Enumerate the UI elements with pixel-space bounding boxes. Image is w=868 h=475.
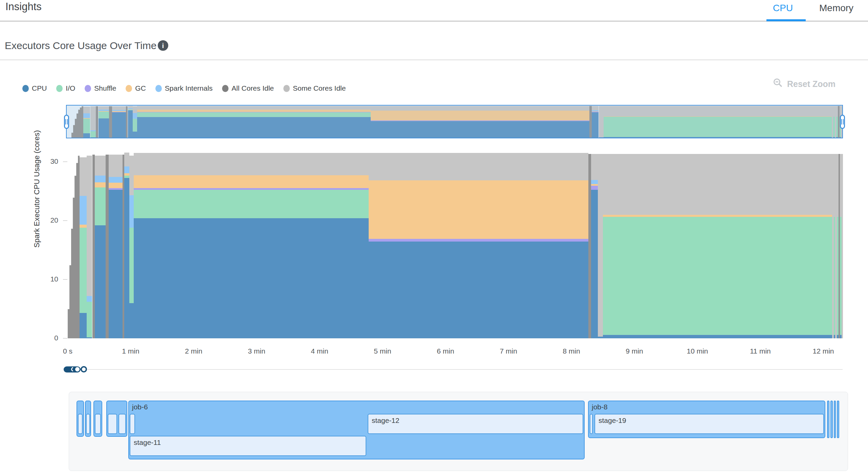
chart-segment bbox=[124, 153, 129, 166]
chart-segment bbox=[80, 196, 87, 225]
stage-label: stage-11 bbox=[134, 438, 161, 447]
chart-segment bbox=[369, 153, 588, 181]
reset-zoom-button[interactable]: Reset Zoom bbox=[773, 78, 836, 90]
chart-segment bbox=[124, 178, 129, 338]
x-tick-label: 7 min bbox=[488, 347, 529, 355]
chart-segment bbox=[591, 180, 598, 184]
chart-segment bbox=[80, 313, 87, 338]
legend-dot bbox=[85, 85, 91, 92]
chart-segment bbox=[369, 242, 588, 338]
legend-dot bbox=[22, 85, 29, 92]
x-tick-label: 11 min bbox=[740, 347, 781, 355]
legend-label: I/O bbox=[66, 84, 75, 92]
chart-segment bbox=[87, 302, 92, 337]
chart-segment bbox=[134, 190, 369, 218]
chart-legend: CPUI/OShuffleGCSpark InternalsAll Cores … bbox=[22, 82, 346, 94]
legend-item-i-o[interactable]: I/O bbox=[56, 84, 75, 92]
y-axis-label: Spark Executor CPU Usage (cores) bbox=[32, 130, 41, 248]
chart-segment bbox=[95, 176, 106, 182]
minimap-tint bbox=[67, 106, 842, 138]
tab-cpu[interactable]: CPU bbox=[773, 3, 793, 14]
chart-segment bbox=[588, 154, 591, 338]
stage-box-stage-11[interactable]: stage-11 bbox=[130, 436, 366, 456]
chart-segment bbox=[134, 188, 369, 190]
chart-segment bbox=[598, 337, 603, 338]
chart-segment bbox=[109, 183, 123, 188]
x-tick-label: 4 min bbox=[299, 347, 340, 355]
x-tick-label: 1 min bbox=[110, 347, 151, 355]
active-tab-underline bbox=[766, 19, 806, 21]
y-tick-mark bbox=[63, 279, 67, 280]
x-tick-label: 6 min bbox=[425, 347, 466, 355]
stage-label: stage-12 bbox=[372, 416, 399, 425]
chart-segment bbox=[109, 177, 123, 183]
legend-label: All Cores Idle bbox=[232, 84, 274, 92]
legend-dot bbox=[222, 85, 229, 92]
stage-box-small[interactable] bbox=[78, 414, 83, 434]
y-tick-mark bbox=[63, 161, 67, 162]
legend-item-gc[interactable]: GC bbox=[126, 84, 146, 92]
section-title: Executors Core Usage Over Time bbox=[5, 40, 157, 51]
time-slider[interactable] bbox=[0, 364, 868, 377]
cpu-usage-chart[interactable] bbox=[68, 152, 843, 338]
insights-page: Insights CPU Memory Executors Core Usage… bbox=[0, 0, 868, 475]
job-block-small[interactable] bbox=[830, 401, 833, 438]
tab-memory[interactable]: Memory bbox=[819, 3, 853, 14]
slider-knob[interactable] bbox=[75, 367, 80, 371]
stage-box-small[interactable] bbox=[95, 414, 101, 434]
brush-handle-left[interactable] bbox=[64, 115, 69, 129]
chart-segment bbox=[106, 155, 109, 338]
chart-segment bbox=[80, 157, 87, 196]
chart-segment bbox=[124, 176, 129, 178]
x-tick-label: 9 min bbox=[614, 347, 655, 355]
stage-box-small[interactable] bbox=[130, 414, 135, 434]
legend-item-some-cores-idle[interactable]: Some Cores Idle bbox=[283, 84, 346, 92]
stage-box-small[interactable] bbox=[108, 414, 117, 434]
legend-item-all-cores-idle[interactable]: All Cores Idle bbox=[222, 84, 274, 92]
job-block-small[interactable] bbox=[837, 401, 839, 438]
page-title: Insights bbox=[5, 1, 42, 13]
slider-track[interactable] bbox=[88, 369, 843, 370]
minimap-brush[interactable] bbox=[66, 105, 843, 138]
chart-segment bbox=[129, 195, 134, 228]
chart-segment bbox=[134, 218, 369, 338]
legend-item-shuffle[interactable]: Shuffle bbox=[85, 84, 116, 92]
job-block-small[interactable] bbox=[834, 401, 836, 438]
legend-label: CPU bbox=[32, 84, 47, 92]
chart-segment bbox=[87, 156, 92, 296]
chart-segment bbox=[603, 154, 832, 215]
top-divider bbox=[0, 21, 868, 22]
x-tick-label: 10 min bbox=[677, 347, 718, 355]
legend-label: Spark Internals bbox=[165, 84, 213, 92]
legend-item-cpu[interactable]: CPU bbox=[22, 84, 47, 92]
chart-segment bbox=[109, 155, 123, 177]
info-icon[interactable]: i bbox=[158, 40, 168, 51]
chart-segment bbox=[369, 180, 588, 239]
x-tick-label: 8 min bbox=[551, 347, 592, 355]
chart-segment bbox=[87, 296, 92, 302]
slider-ring-handle[interactable] bbox=[81, 366, 87, 372]
chart-segment bbox=[92, 155, 95, 338]
chart-segment bbox=[109, 188, 123, 190]
stage-box-small[interactable] bbox=[118, 414, 126, 434]
stage-label: stage-19 bbox=[599, 416, 626, 425]
chart-segment bbox=[134, 153, 369, 175]
chart-segment bbox=[591, 154, 598, 180]
section-divider bbox=[0, 60, 868, 60]
chart-segment bbox=[369, 239, 588, 242]
chart-segment bbox=[603, 335, 832, 338]
stage-box-stage-12[interactable]: stage-12 bbox=[368, 414, 583, 434]
legend-label: Shuffle bbox=[94, 84, 116, 92]
stage-box-small[interactable] bbox=[86, 414, 90, 434]
legend-item-spark-internals[interactable]: Spark Internals bbox=[155, 84, 213, 92]
job-block-small[interactable] bbox=[827, 401, 829, 438]
legend-dot bbox=[126, 85, 132, 92]
chart-segment bbox=[129, 228, 134, 303]
brush-handle-right[interactable] bbox=[840, 115, 845, 129]
zoom-out-icon bbox=[773, 78, 783, 90]
x-tick-label: 3 min bbox=[236, 347, 277, 355]
stage-box-stage-19[interactable]: stage-19 bbox=[594, 414, 824, 434]
stage-box-small[interactable] bbox=[590, 414, 593, 434]
chart-segment bbox=[842, 154, 843, 338]
x-tick-label: 12 min bbox=[803, 347, 844, 355]
